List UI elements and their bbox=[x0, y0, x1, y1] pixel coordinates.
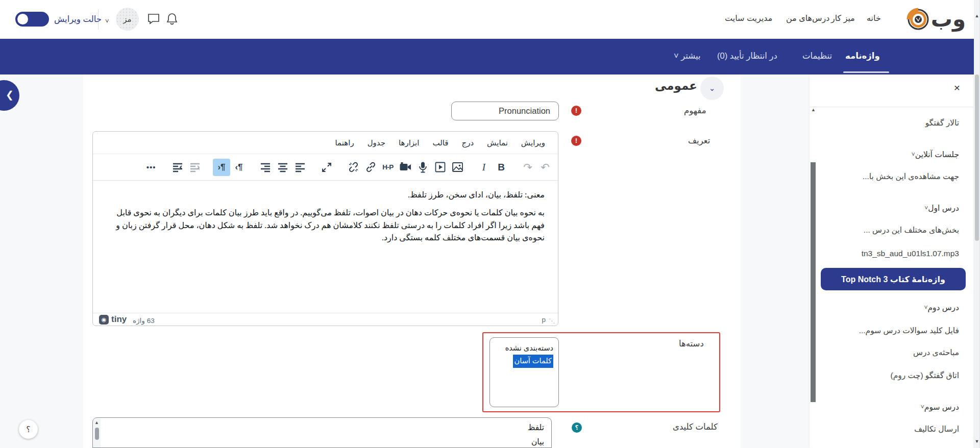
index-item-forum[interactable]: تالار گفتگو bbox=[925, 118, 959, 128]
user-avatar[interactable]: مز bbox=[116, 8, 139, 31]
insert-image-icon[interactable] bbox=[449, 159, 466, 176]
top-app-bar: وب خانه میز کار درس‌های من مدیریت سایت م… bbox=[0, 0, 980, 39]
menu-table[interactable]: جدول bbox=[361, 135, 392, 151]
chevron-down-icon: ˅ bbox=[924, 304, 927, 311]
concept-label: مفهوم bbox=[684, 106, 706, 115]
index-item-answer-key[interactable]: فایل کلید سوالات درس سوم... bbox=[859, 326, 959, 335]
nav-site-admin[interactable]: مدیریت سایت bbox=[725, 13, 772, 23]
nav-my-courses[interactable]: درس‌های من bbox=[786, 13, 829, 23]
index-item-audio-file[interactable]: tn3_sb_aud_u01ls1.07.mp3 bbox=[862, 249, 959, 258]
scroll-down-icon[interactable]: ▼ bbox=[974, 439, 979, 444]
resize-grip-icon[interactable]: ⋰ bbox=[549, 317, 555, 325]
index-section-online-sessions[interactable]: جلسات آنلاین˅ bbox=[907, 150, 959, 159]
indent-icon[interactable] bbox=[186, 159, 204, 176]
index-section-lesson-1[interactable]: درس اول˅ bbox=[920, 204, 959, 213]
scroll-up-icon[interactable]: ▲ bbox=[94, 420, 99, 425]
user-menu-caret-icon[interactable]: ˅ bbox=[105, 17, 109, 25]
category-option-selected[interactable]: کلمات آسان bbox=[513, 355, 553, 367]
definition-content[interactable]: معنی: تلفظ، بیان، ادای سخن، طرز تلفظ. به… bbox=[93, 181, 558, 313]
editor-statusbar bbox=[93, 313, 558, 326]
h5p-icon[interactable]: H-P bbox=[379, 159, 397, 176]
record-audio-mic-icon[interactable] bbox=[414, 159, 431, 176]
site-logo[interactable]: وب bbox=[910, 4, 966, 35]
definition-editor: ویرایش نمایش درج قالب ابزارها جدول راهنم… bbox=[92, 131, 558, 326]
section-title-general: عمومی bbox=[655, 79, 697, 93]
unlink-icon[interactable] bbox=[345, 159, 362, 176]
concept-input[interactable] bbox=[451, 102, 559, 120]
align-center-icon[interactable] bbox=[274, 159, 291, 176]
menu-help[interactable]: راهنما bbox=[329, 135, 361, 151]
definition-label: تعریف bbox=[688, 136, 710, 145]
sidebar-scrollbar-thumb[interactable] bbox=[811, 162, 816, 402]
bold-icon[interactable]: B bbox=[493, 159, 510, 176]
ltr-direction-icon[interactable]: ¶› bbox=[230, 159, 248, 176]
editor-toolbar: ↶ ↷ B I bbox=[93, 154, 558, 181]
messages-bubble-icon[interactable] bbox=[147, 12, 160, 26]
tinymce-logo-icon: ◉ bbox=[99, 315, 109, 325]
element-path[interactable]: p bbox=[542, 316, 546, 323]
site-logo-text: وب bbox=[931, 9, 966, 30]
nav-dashboard[interactable]: میز کار bbox=[831, 13, 855, 23]
more-toolbar-icon[interactable]: ••• bbox=[142, 159, 160, 176]
align-left-icon[interactable] bbox=[291, 159, 309, 176]
rtl-direction-icon[interactable]: ¶‹ bbox=[213, 159, 230, 176]
outdent-icon[interactable] bbox=[169, 159, 186, 176]
definition-paragraph: به نحوه بیان کلمات یا نحوه‌ی حرکات دهان … bbox=[106, 207, 545, 244]
insert-media-icon[interactable] bbox=[431, 159, 449, 176]
page-scrollbar-thumb[interactable] bbox=[975, 74, 979, 241]
index-item-view-section[interactable]: جهت مشاهده‌ی این بخش با... bbox=[863, 172, 959, 181]
tinymce-brand[interactable]: ◉ tiny bbox=[99, 314, 127, 325]
site-logo-icon bbox=[906, 8, 930, 31]
word-count: 63 واژه bbox=[133, 316, 155, 325]
index-section-lesson-2[interactable]: درس دوم˅ bbox=[919, 303, 959, 312]
definition-paragraph: معنی: تلفظ، بیان، ادای سخن، طرز تلفظ. bbox=[106, 189, 545, 202]
collapse-section-button[interactable]: ⌄ bbox=[700, 77, 724, 100]
insert-link-icon[interactable] bbox=[362, 159, 379, 176]
tab-glossary[interactable]: واژه‌نامه bbox=[845, 51, 880, 61]
drawer-divider bbox=[810, 107, 973, 107]
scroll-up-icon[interactable]: ▲ bbox=[974, 13, 979, 18]
redo-icon[interactable]: ↷ bbox=[519, 159, 536, 176]
editor-menubar: ویرایش نمایش درج قالب ابزارها جدول راهنم… bbox=[93, 132, 558, 154]
menu-edit[interactable]: ویرایش bbox=[514, 135, 552, 151]
open-drawer-button[interactable]: ❯ bbox=[0, 80, 19, 111]
course-index-drawer: × ▲ تالار گفتگو جلسات آنلاین˅ جهت مشاهده… bbox=[810, 74, 973, 448]
record-video-icon[interactable] bbox=[397, 159, 414, 176]
categories-label: دسته‌ها bbox=[679, 339, 704, 349]
fullscreen-icon[interactable] bbox=[318, 159, 335, 176]
nav-home[interactable]: خانه bbox=[867, 13, 881, 23]
chevron-down-icon: ˅ bbox=[921, 404, 924, 411]
index-item-submit-assignments[interactable]: ارسال تکالیف bbox=[914, 425, 959, 434]
sidebar-scroll-up-icon[interactable]: ▲ bbox=[811, 107, 816, 112]
tab-pending-approval[interactable]: در انتظار تأیید (0) bbox=[717, 51, 777, 61]
help-icon[interactable]: ؟ bbox=[572, 422, 582, 433]
index-section-lesson-3[interactable]: درس سوم˅ bbox=[916, 403, 959, 412]
align-right-icon[interactable] bbox=[257, 159, 274, 176]
index-item-chat-room[interactable]: اتاق گفتگو (چت روم) bbox=[891, 371, 959, 380]
keywords-textarea[interactable]: تلفظ بیان ▲ bbox=[92, 417, 552, 448]
categories-listbox[interactable]: دسته‌بندی نشده کلمات آسان bbox=[489, 337, 559, 407]
tab-settings[interactable]: تنظیمات bbox=[802, 51, 832, 61]
required-icon: ! bbox=[571, 106, 581, 116]
tab-more[interactable]: بیشتر ˅ bbox=[674, 51, 701, 61]
close-drawer-button[interactable]: × bbox=[950, 82, 964, 94]
scrollbar-thumb[interactable] bbox=[95, 428, 99, 440]
index-item-lesson-parts[interactable]: بخش‌های مختلف این درس ... bbox=[864, 226, 959, 235]
undo-icon[interactable]: ↶ bbox=[536, 159, 554, 176]
help-fab-button[interactable]: ؟ bbox=[19, 420, 38, 439]
menu-insert[interactable]: درج bbox=[455, 135, 481, 151]
menu-view[interactable]: نمایش bbox=[480, 135, 514, 151]
notifications-bell-icon[interactable] bbox=[166, 12, 178, 26]
category-option[interactable]: دسته‌بندی نشده bbox=[495, 342, 553, 355]
active-tab-underline bbox=[843, 71, 889, 73]
index-item-lesson-discussion[interactable]: مباحثه‌ی درس bbox=[913, 348, 959, 357]
keyword-line: تلفظ bbox=[528, 420, 544, 435]
question-mark-icon: ؟ bbox=[26, 425, 31, 434]
textarea-scrollbar[interactable]: ▲ bbox=[93, 418, 101, 448]
tinymce-brand-text: tiny bbox=[111, 314, 127, 325]
index-item-glossary-active[interactable]: واژه‌نامهٔ کتاب Top Notch 3 bbox=[821, 268, 966, 290]
menu-format[interactable]: قالب bbox=[426, 135, 455, 151]
italic-icon[interactable]: I bbox=[475, 159, 493, 176]
edit-mode-toggle[interactable] bbox=[15, 12, 49, 27]
menu-tools[interactable]: ابزارها bbox=[392, 135, 426, 151]
